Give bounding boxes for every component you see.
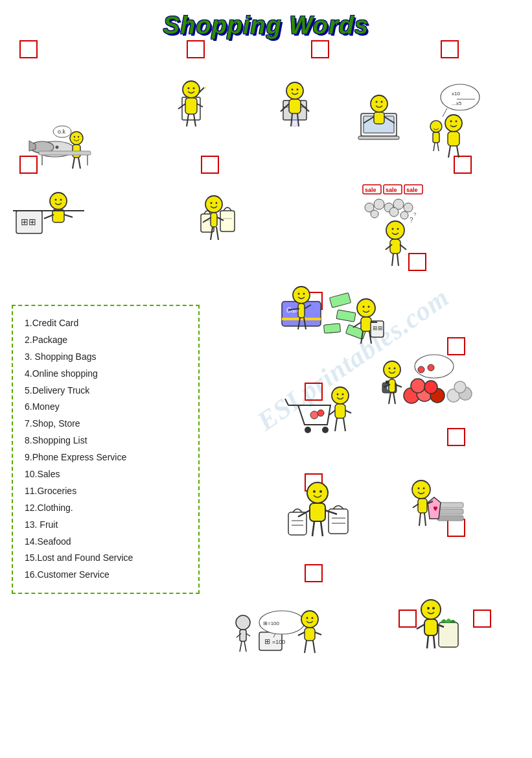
svg-rect-43 xyxy=(358,136,399,139)
svg-point-97 xyxy=(371,210,378,218)
svg-line-147 xyxy=(343,418,345,431)
word-list-item: 4.Online shopping xyxy=(25,366,187,383)
svg-rect-15 xyxy=(182,97,200,120)
svg-rect-143 xyxy=(335,404,345,418)
svg-line-107 xyxy=(397,254,399,266)
svg-point-138 xyxy=(310,411,318,419)
svg-point-22 xyxy=(183,81,200,98)
svg-rect-162 xyxy=(382,383,397,393)
svg-line-27 xyxy=(197,104,203,107)
svg-rect-41 xyxy=(361,113,397,136)
svg-rect-120 xyxy=(298,303,305,318)
svg-line-192 xyxy=(427,501,433,504)
checkbox-10[interactable] xyxy=(305,383,323,401)
svg-line-213 xyxy=(305,641,306,653)
svg-point-101 xyxy=(392,228,394,230)
svg-rect-36 xyxy=(289,99,301,113)
svg-line-181 xyxy=(325,510,337,514)
svg-point-201 xyxy=(236,615,250,630)
checkbox-8[interactable] xyxy=(305,292,323,310)
svg-point-126 xyxy=(363,306,365,308)
checkbox-13[interactable] xyxy=(447,519,465,537)
shopping-list-illustration xyxy=(178,81,207,126)
svg-line-105 xyxy=(400,244,406,250)
shop-store-illustration: ⊞⊞ xyxy=(13,193,84,233)
svg-point-45 xyxy=(376,101,378,103)
svg-rect-210 xyxy=(305,628,315,641)
shopping-bags-illustration xyxy=(201,196,235,240)
svg-line-211 xyxy=(298,632,305,635)
svg-rect-113 xyxy=(329,292,351,307)
checkbox-4[interactable] xyxy=(19,156,38,174)
checkbox-0[interactable] xyxy=(19,40,38,58)
checkbox-1[interactable] xyxy=(187,40,205,58)
svg-line-222 xyxy=(427,635,428,648)
svg-point-125 xyxy=(357,299,375,317)
svg-text:sale: sale xyxy=(406,187,418,193)
svg-point-99 xyxy=(400,211,408,219)
word-list-item: 13. Fruit xyxy=(25,517,187,534)
checkbox-2[interactable] xyxy=(311,40,329,58)
checkbox-7[interactable] xyxy=(408,253,426,271)
svg-rect-114 xyxy=(336,310,356,322)
checkbox-12[interactable] xyxy=(305,473,323,492)
svg-line-204 xyxy=(246,634,250,636)
svg-text:?: ? xyxy=(410,217,413,224)
svg-rect-86 xyxy=(363,185,381,194)
svg-line-49 xyxy=(384,117,395,123)
svg-text:=100: =100 xyxy=(272,639,285,645)
svg-point-142 xyxy=(342,394,344,396)
svg-line-9 xyxy=(78,158,80,169)
watermark: ESLprintables.com xyxy=(251,281,455,437)
svg-line-62 xyxy=(448,146,450,158)
svg-point-4 xyxy=(70,132,83,145)
svg-point-5 xyxy=(74,136,75,137)
svg-point-207 xyxy=(301,611,318,628)
svg-line-144 xyxy=(329,410,335,415)
svg-point-154 xyxy=(459,387,472,400)
svg-point-118 xyxy=(298,293,300,295)
checkbox-6[interactable] xyxy=(454,156,472,174)
svg-line-28 xyxy=(187,114,189,126)
svg-point-137 xyxy=(322,427,329,433)
svg-point-140 xyxy=(332,387,349,404)
checkbox-5[interactable] xyxy=(201,156,219,174)
svg-point-100 xyxy=(386,221,404,239)
svg-rect-25 xyxy=(185,98,197,114)
svg-line-104 xyxy=(386,244,392,250)
customer-service-illustration xyxy=(417,600,458,648)
svg-rect-165 xyxy=(389,379,395,392)
svg-rect-12 xyxy=(39,151,91,155)
svg-text:o.k: o.k xyxy=(58,128,66,135)
svg-point-96 xyxy=(404,203,413,212)
checkbox-3[interactable] xyxy=(441,40,459,58)
checkbox-9[interactable] xyxy=(447,337,465,355)
svg-point-59 xyxy=(450,121,452,123)
svg-text:⊞=100: ⊞=100 xyxy=(263,621,280,626)
seafood-illustration: o.k xyxy=(29,126,91,169)
checkbox-16[interactable] xyxy=(473,610,491,628)
svg-point-24 xyxy=(193,88,195,89)
svg-rect-65 xyxy=(16,211,42,233)
checkbox-15[interactable] xyxy=(399,610,417,628)
svg-line-82 xyxy=(203,217,211,222)
svg-line-48 xyxy=(364,117,374,123)
svg-rect-81 xyxy=(211,213,217,227)
svg-text:sale: sale xyxy=(386,187,397,193)
svg-point-98 xyxy=(389,207,399,217)
svg-rect-103 xyxy=(390,239,400,254)
svg-line-200 xyxy=(273,634,275,637)
svg-rect-115 xyxy=(324,324,341,333)
word-list-item: 12.Clothing. xyxy=(25,500,187,517)
word-list: 1.Credit Card2.Package3. Shopping Bags4.… xyxy=(25,315,187,584)
checkbox-14[interactable] xyxy=(305,564,323,582)
svg-line-131 xyxy=(353,322,361,327)
checkbox-11[interactable] xyxy=(447,428,465,446)
svg-text:?: ? xyxy=(413,211,417,217)
svg-point-215 xyxy=(421,600,441,619)
svg-rect-70 xyxy=(52,209,64,222)
svg-line-214 xyxy=(313,641,315,653)
svg-line-83 xyxy=(217,217,224,220)
svg-point-217 xyxy=(432,607,435,610)
svg-rect-88 xyxy=(384,185,402,194)
